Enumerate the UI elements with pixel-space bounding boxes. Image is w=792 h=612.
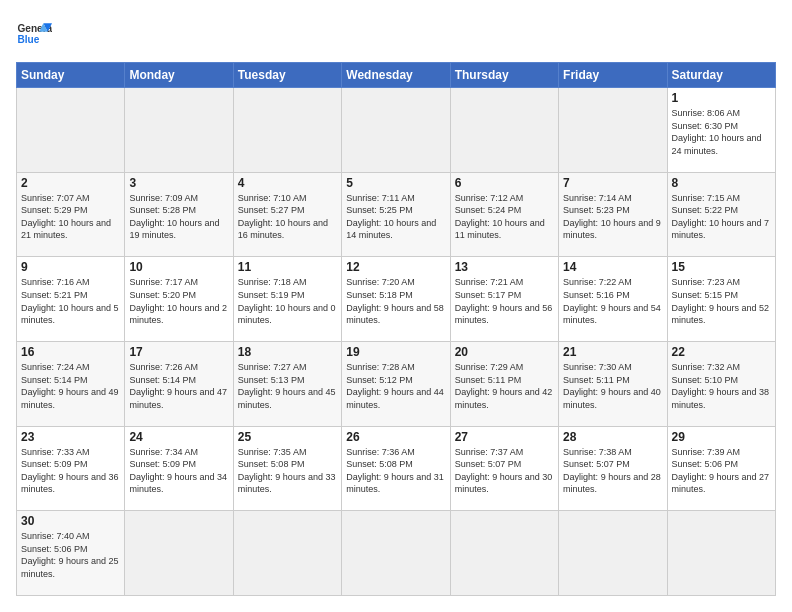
day-info: Sunrise: 7:14 AM Sunset: 5:23 PM Dayligh… bbox=[563, 192, 662, 242]
calendar-week-row: 2Sunrise: 7:07 AM Sunset: 5:29 PM Daylig… bbox=[17, 172, 776, 257]
calendar-cell: 27Sunrise: 7:37 AM Sunset: 5:07 PM Dayli… bbox=[450, 426, 558, 511]
weekday-header-saturday: Saturday bbox=[667, 63, 775, 88]
day-number: 1 bbox=[672, 91, 771, 105]
generalblue-logo-icon: General Blue bbox=[16, 16, 52, 52]
day-number: 24 bbox=[129, 430, 228, 444]
day-info: Sunrise: 7:20 AM Sunset: 5:18 PM Dayligh… bbox=[346, 276, 445, 326]
calendar-cell bbox=[667, 511, 775, 596]
day-info: Sunrise: 7:16 AM Sunset: 5:21 PM Dayligh… bbox=[21, 276, 120, 326]
day-number: 21 bbox=[563, 345, 662, 359]
day-number: 20 bbox=[455, 345, 554, 359]
calendar-cell: 28Sunrise: 7:38 AM Sunset: 5:07 PM Dayli… bbox=[559, 426, 667, 511]
calendar-cell: 23Sunrise: 7:33 AM Sunset: 5:09 PM Dayli… bbox=[17, 426, 125, 511]
calendar-cell bbox=[233, 511, 341, 596]
day-info: Sunrise: 7:27 AM Sunset: 5:13 PM Dayligh… bbox=[238, 361, 337, 411]
day-number: 15 bbox=[672, 260, 771, 274]
calendar-cell: 17Sunrise: 7:26 AM Sunset: 5:14 PM Dayli… bbox=[125, 341, 233, 426]
day-info: Sunrise: 7:28 AM Sunset: 5:12 PM Dayligh… bbox=[346, 361, 445, 411]
day-info: Sunrise: 7:10 AM Sunset: 5:27 PM Dayligh… bbox=[238, 192, 337, 242]
calendar-cell: 11Sunrise: 7:18 AM Sunset: 5:19 PM Dayli… bbox=[233, 257, 341, 342]
day-number: 12 bbox=[346, 260, 445, 274]
calendar-cell: 4Sunrise: 7:10 AM Sunset: 5:27 PM Daylig… bbox=[233, 172, 341, 257]
day-info: Sunrise: 7:18 AM Sunset: 5:19 PM Dayligh… bbox=[238, 276, 337, 326]
calendar-cell: 5Sunrise: 7:11 AM Sunset: 5:25 PM Daylig… bbox=[342, 172, 450, 257]
day-info: Sunrise: 7:37 AM Sunset: 5:07 PM Dayligh… bbox=[455, 446, 554, 496]
weekday-header-thursday: Thursday bbox=[450, 63, 558, 88]
calendar-cell bbox=[233, 88, 341, 173]
weekday-header-monday: Monday bbox=[125, 63, 233, 88]
day-number: 19 bbox=[346, 345, 445, 359]
day-number: 8 bbox=[672, 176, 771, 190]
day-number: 3 bbox=[129, 176, 228, 190]
calendar-cell bbox=[559, 88, 667, 173]
day-info: Sunrise: 7:39 AM Sunset: 5:06 PM Dayligh… bbox=[672, 446, 771, 496]
calendar-cell: 6Sunrise: 7:12 AM Sunset: 5:24 PM Daylig… bbox=[450, 172, 558, 257]
calendar-cell: 13Sunrise: 7:21 AM Sunset: 5:17 PM Dayli… bbox=[450, 257, 558, 342]
calendar-cell bbox=[450, 88, 558, 173]
day-info: Sunrise: 7:11 AM Sunset: 5:25 PM Dayligh… bbox=[346, 192, 445, 242]
calendar-cell: 14Sunrise: 7:22 AM Sunset: 5:16 PM Dayli… bbox=[559, 257, 667, 342]
day-info: Sunrise: 8:06 AM Sunset: 6:30 PM Dayligh… bbox=[672, 107, 771, 157]
day-info: Sunrise: 7:21 AM Sunset: 5:17 PM Dayligh… bbox=[455, 276, 554, 326]
day-number: 23 bbox=[21, 430, 120, 444]
day-info: Sunrise: 7:17 AM Sunset: 5:20 PM Dayligh… bbox=[129, 276, 228, 326]
calendar-cell bbox=[342, 511, 450, 596]
calendar-cell: 16Sunrise: 7:24 AM Sunset: 5:14 PM Dayli… bbox=[17, 341, 125, 426]
calendar-cell: 10Sunrise: 7:17 AM Sunset: 5:20 PM Dayli… bbox=[125, 257, 233, 342]
day-info: Sunrise: 7:23 AM Sunset: 5:15 PM Dayligh… bbox=[672, 276, 771, 326]
day-number: 11 bbox=[238, 260, 337, 274]
day-number: 30 bbox=[21, 514, 120, 528]
day-info: Sunrise: 7:22 AM Sunset: 5:16 PM Dayligh… bbox=[563, 276, 662, 326]
calendar-week-row: 30Sunrise: 7:40 AM Sunset: 5:06 PM Dayli… bbox=[17, 511, 776, 596]
calendar-cell bbox=[17, 88, 125, 173]
day-number: 28 bbox=[563, 430, 662, 444]
weekday-header-wednesday: Wednesday bbox=[342, 63, 450, 88]
day-number: 25 bbox=[238, 430, 337, 444]
calendar-header: SundayMondayTuesdayWednesdayThursdayFrid… bbox=[17, 63, 776, 88]
calendar-cell bbox=[342, 88, 450, 173]
calendar-cell: 8Sunrise: 7:15 AM Sunset: 5:22 PM Daylig… bbox=[667, 172, 775, 257]
day-number: 17 bbox=[129, 345, 228, 359]
day-info: Sunrise: 7:15 AM Sunset: 5:22 PM Dayligh… bbox=[672, 192, 771, 242]
calendar-cell: 21Sunrise: 7:30 AM Sunset: 5:11 PM Dayli… bbox=[559, 341, 667, 426]
calendar-cell: 29Sunrise: 7:39 AM Sunset: 5:06 PM Dayli… bbox=[667, 426, 775, 511]
calendar-cell bbox=[450, 511, 558, 596]
calendar-cell: 9Sunrise: 7:16 AM Sunset: 5:21 PM Daylig… bbox=[17, 257, 125, 342]
calendar-cell bbox=[125, 511, 233, 596]
calendar-cell: 1Sunrise: 8:06 AM Sunset: 6:30 PM Daylig… bbox=[667, 88, 775, 173]
calendar-cell: 30Sunrise: 7:40 AM Sunset: 5:06 PM Dayli… bbox=[17, 511, 125, 596]
calendar-week-row: 16Sunrise: 7:24 AM Sunset: 5:14 PM Dayli… bbox=[17, 341, 776, 426]
calendar-cell: 26Sunrise: 7:36 AM Sunset: 5:08 PM Dayli… bbox=[342, 426, 450, 511]
day-number: 14 bbox=[563, 260, 662, 274]
day-number: 7 bbox=[563, 176, 662, 190]
day-info: Sunrise: 7:09 AM Sunset: 5:28 PM Dayligh… bbox=[129, 192, 228, 242]
day-info: Sunrise: 7:35 AM Sunset: 5:08 PM Dayligh… bbox=[238, 446, 337, 496]
calendar-cell: 15Sunrise: 7:23 AM Sunset: 5:15 PM Dayli… bbox=[667, 257, 775, 342]
day-number: 5 bbox=[346, 176, 445, 190]
weekday-row: SundayMondayTuesdayWednesdayThursdayFrid… bbox=[17, 63, 776, 88]
day-info: Sunrise: 7:34 AM Sunset: 5:09 PM Dayligh… bbox=[129, 446, 228, 496]
day-info: Sunrise: 7:30 AM Sunset: 5:11 PM Dayligh… bbox=[563, 361, 662, 411]
weekday-header-sunday: Sunday bbox=[17, 63, 125, 88]
calendar-cell bbox=[125, 88, 233, 173]
day-number: 4 bbox=[238, 176, 337, 190]
calendar-cell: 24Sunrise: 7:34 AM Sunset: 5:09 PM Dayli… bbox=[125, 426, 233, 511]
weekday-header-tuesday: Tuesday bbox=[233, 63, 341, 88]
day-number: 10 bbox=[129, 260, 228, 274]
calendar-cell bbox=[559, 511, 667, 596]
page: General Blue SundayMondayTuesdayWednesda… bbox=[0, 0, 792, 612]
day-info: Sunrise: 7:24 AM Sunset: 5:14 PM Dayligh… bbox=[21, 361, 120, 411]
calendar-cell: 19Sunrise: 7:28 AM Sunset: 5:12 PM Dayli… bbox=[342, 341, 450, 426]
calendar-week-row: 23Sunrise: 7:33 AM Sunset: 5:09 PM Dayli… bbox=[17, 426, 776, 511]
calendar-week-row: 9Sunrise: 7:16 AM Sunset: 5:21 PM Daylig… bbox=[17, 257, 776, 342]
day-info: Sunrise: 7:07 AM Sunset: 5:29 PM Dayligh… bbox=[21, 192, 120, 242]
day-info: Sunrise: 7:12 AM Sunset: 5:24 PM Dayligh… bbox=[455, 192, 554, 242]
header: General Blue bbox=[16, 16, 776, 52]
calendar-cell: 22Sunrise: 7:32 AM Sunset: 5:10 PM Dayli… bbox=[667, 341, 775, 426]
calendar-cell: 3Sunrise: 7:09 AM Sunset: 5:28 PM Daylig… bbox=[125, 172, 233, 257]
day-info: Sunrise: 7:26 AM Sunset: 5:14 PM Dayligh… bbox=[129, 361, 228, 411]
day-number: 26 bbox=[346, 430, 445, 444]
calendar-cell: 12Sunrise: 7:20 AM Sunset: 5:18 PM Dayli… bbox=[342, 257, 450, 342]
day-info: Sunrise: 7:32 AM Sunset: 5:10 PM Dayligh… bbox=[672, 361, 771, 411]
calendar-cell: 2Sunrise: 7:07 AM Sunset: 5:29 PM Daylig… bbox=[17, 172, 125, 257]
